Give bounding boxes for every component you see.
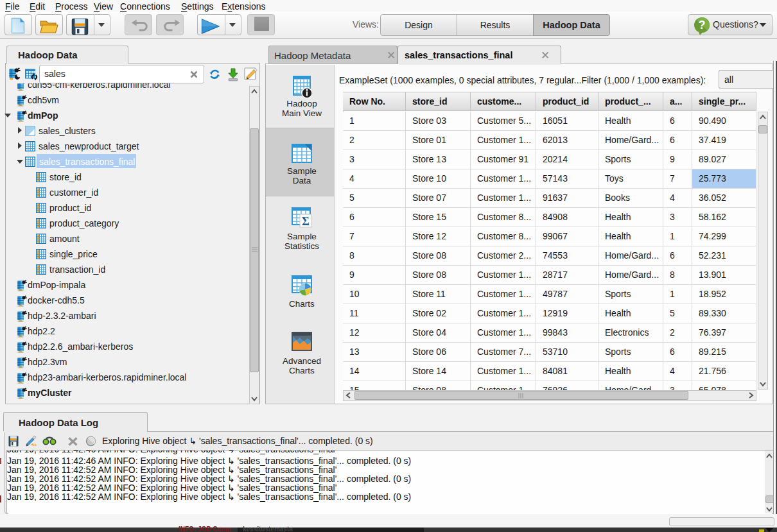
svg-text:?: ? xyxy=(699,19,706,31)
svg-text:Σ: Σ xyxy=(302,215,310,228)
